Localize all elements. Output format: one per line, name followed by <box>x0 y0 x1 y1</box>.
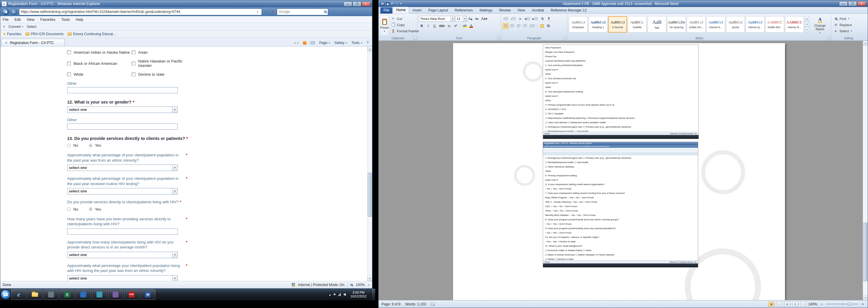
copy-button[interactable]: Copy <box>390 22 420 28</box>
toolbar-close-icon[interactable]: ✕ <box>3 25 6 29</box>
close-button[interactable]: ✕ <box>362 1 370 6</box>
address-dropdown-icon[interactable]: ▼ <box>255 9 260 14</box>
text-highlight-button[interactable]: ab <box>462 23 468 29</box>
show-paragraph-marks-button[interactable]: ¶ <box>546 16 552 22</box>
word-titlebar[interactable]: W ↶ ↷ ▼ Attachment 5 PB - OMB Approved u… <box>379 0 868 7</box>
close-button[interactable]: ✕ <box>857 1 866 6</box>
style-normal-selected[interactable]: AaBbCcI¶ Normal <box>608 16 627 33</box>
zoom-percent[interactable]: 140% <box>808 302 817 306</box>
menu-tools[interactable]: Tools <box>61 18 70 22</box>
bold-button[interactable]: B <box>419 23 425 29</box>
document-area[interactable]: New PasswordRetype Your New PasswordPhon… <box>379 41 868 300</box>
tab-review[interactable]: Review <box>496 7 514 13</box>
style-title[interactable]: AaBTitle <box>648 16 666 33</box>
scroll-down-arrow[interactable]: ▼ <box>863 295 868 300</box>
style-quote[interactable]: AaBbCcIQuote <box>726 16 745 33</box>
align-center-button[interactable] <box>509 23 515 29</box>
hiv-ethnic-minority-percent-select[interactable]: select one ▼ <box>67 275 178 281</box>
tools-menu[interactable]: Tools▼ <box>351 41 363 45</box>
address-bar[interactable]: https://www.stdhivtraining.org/registrat… <box>19 8 262 15</box>
redo-icon[interactable]: ↷ <box>395 2 398 6</box>
save-icon[interactable] <box>386 2 390 6</box>
dropdown-arrow-icon[interactable]: ▼ <box>172 107 178 113</box>
favorites-button[interactable]: ★ Favorites <box>3 32 22 36</box>
full-screen-view-button[interactable]: ▢ <box>776 302 782 307</box>
radio-no[interactable] <box>67 144 71 147</box>
dropdown-arrow-icon[interactable]: ▼ <box>172 165 178 171</box>
dropdown-arrow-icon[interactable]: ▼ <box>463 16 467 22</box>
draft-view-button[interactable]: ≡ <box>800 302 806 307</box>
style-no-spacing[interactable]: AaBbCcDcNo Spacing <box>667 16 686 33</box>
help-button[interactable]: ? <box>367 41 369 45</box>
styles-dialog-launcher[interactable]: ⇘ <box>827 37 831 40</box>
style-heading-1[interactable]: AaBbCcIHeading 1 <box>589 16 607 33</box>
rss-feed-icon[interactable] <box>303 41 306 44</box>
sex-gender-select[interactable]: select one ▼ <box>67 106 178 113</box>
align-left-button[interactable] <box>503 23 508 29</box>
select-button[interactable]: ▸Select▼ <box>833 28 853 34</box>
increase-indent-button[interactable]: ▸ <box>532 16 539 22</box>
ethnic-minority-percent-select[interactable]: select one ▼ <box>67 164 178 171</box>
shrink-font-button[interactable]: A▾ <box>474 16 480 22</box>
sort-button[interactable]: ⇅ <box>539 16 546 22</box>
action-center-flag-icon[interactable]: ⚑ <box>333 293 336 297</box>
start-button[interactable] <box>1 290 10 299</box>
paragraph-dialog-launcher[interactable]: ⇘ <box>563 37 566 40</box>
numbering-button[interactable]: 1 <box>510 16 517 22</box>
menu-view[interactable]: View <box>27 18 35 22</box>
clients-per-month-select[interactable]: select one ▼ <box>67 252 178 258</box>
zoom-out-button[interactable]: − <box>819 302 824 306</box>
favorites-link-emory[interactable]: Emory Continuing Educat... <box>68 32 116 36</box>
checkbox-asian[interactable] <box>132 51 135 54</box>
tab-file[interactable]: File <box>380 7 392 13</box>
cut-button[interactable]: ✂Cut <box>390 16 420 22</box>
zoom-dropdown-icon[interactable]: ▼ <box>368 284 370 286</box>
superscript-button[interactable]: x² <box>453 23 459 29</box>
search-icon[interactable] <box>324 10 327 13</box>
home-button[interactable]: ⌂▼ <box>294 41 299 45</box>
embedded-screenshot-1[interactable]: New PasswordRetype Your New PasswordPhon… <box>543 44 699 139</box>
scroll-down-arrow[interactable]: ▼ <box>367 276 372 281</box>
document-scrollbar[interactable]: ▲ ▼ <box>863 41 868 300</box>
tab-home[interactable]: Home <box>393 7 409 13</box>
dropdown-arrow-icon[interactable]: ▼ <box>172 188 178 194</box>
tab-mailings[interactable]: Mailings <box>476 7 496 13</box>
multilevel-list-button[interactable]: ≣ <box>517 16 523 22</box>
checkbox-decline-to-state[interactable] <box>132 72 135 76</box>
page-indicator[interactable]: Page: 9 of 9 <box>381 302 401 306</box>
shading-button[interactable] <box>539 23 545 29</box>
print-layout-view-button[interactable]: ▣ <box>769 302 774 307</box>
font-family-combo[interactable]: Times New Rom▼ <box>419 16 455 22</box>
convert-button[interactable]: Convert ▼ <box>8 25 24 29</box>
clipboard-dialog-launcher[interactable]: ⇘ <box>413 37 416 40</box>
ie-titlebar[interactable]: e Registration Form - CA PTC - Windows I… <box>0 0 372 7</box>
font-size-combo[interactable]: 12▼ <box>455 16 467 22</box>
align-right-button[interactable] <box>516 23 521 29</box>
style-subtle-reference[interactable]: AABBCCSubtle Ref... <box>765 16 784 33</box>
menu-help[interactable]: Help <box>76 18 83 22</box>
taskbar-pdf-button[interactable]: PDF <box>124 289 139 300</box>
outline-view-button[interactable]: ≣ <box>792 302 798 307</box>
style-emphasis[interactable]: AaBbCcIEmphasis <box>569 16 588 33</box>
borders-button[interactable]: ⊞ <box>546 23 551 29</box>
tab-page-layout[interactable]: Page Layout <box>425 7 451 13</box>
change-case-button[interactable]: Aa▾ <box>480 16 488 22</box>
taskbar-app-button[interactable] <box>92 289 107 300</box>
gallery-up-arrow[interactable]: ▲ <box>805 16 809 22</box>
volume-icon[interactable] <box>343 293 346 296</box>
scroll-up-arrow[interactable]: ▲ <box>863 41 868 46</box>
strikethrough-button[interactable]: abe <box>438 23 446 29</box>
italic-button[interactable]: I <box>425 23 431 29</box>
format-painter-button[interactable]: Format Painter <box>390 28 420 34</box>
line-spacing-button[interactable]: ↕ <box>528 23 536 29</box>
word-count[interactable]: Words: 1,103 <box>405 302 426 306</box>
justify-button[interactable] <box>522 23 528 29</box>
menu-favorites[interactable]: Favorites <box>40 18 55 22</box>
taskbar-app-button[interactable] <box>108 289 123 300</box>
checkbox-american-indian[interactable] <box>67 51 71 54</box>
style-intense-quote[interactable]: AaBbCcIIntense Q... <box>746 16 765 33</box>
radio-yes-selected[interactable] <box>89 144 92 147</box>
qat-dropdown-icon[interactable]: ▼ <box>400 2 402 5</box>
radio-no[interactable] <box>67 207 71 211</box>
taskbar-explorer-button[interactable] <box>27 289 42 300</box>
